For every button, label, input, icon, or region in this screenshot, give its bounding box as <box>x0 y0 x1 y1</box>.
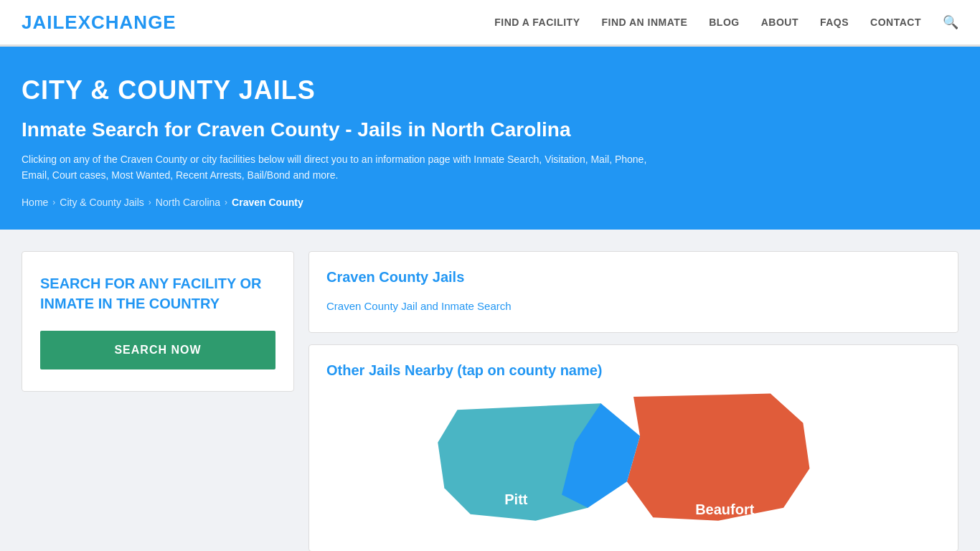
nav-blog[interactable]: BLOG <box>709 17 739 28</box>
nav-find-inmate[interactable]: FIND AN INMATE <box>601 17 687 28</box>
nearby-jails-card: Other Jails Nearby (tap on county name) … <box>308 344 958 551</box>
logo[interactable]: JAILEXCHANGE <box>22 11 176 34</box>
craven-jail-link[interactable]: Craven County Jail and Inmate Search <box>326 297 941 315</box>
hero-banner: CITY & COUNTY JAILS Inmate Search for Cr… <box>0 47 980 230</box>
logo-jail: JAIL <box>22 11 65 33</box>
pitt-label[interactable]: Pitt <box>504 491 528 507</box>
beaufort-label[interactable]: Beaufort <box>695 501 755 517</box>
breadcrumb-state[interactable]: North Carolina <box>156 197 220 208</box>
search-now-button[interactable]: SEARCH NOW <box>40 331 275 369</box>
nav-about[interactable]: ABOUT <box>761 17 798 28</box>
main-content: SEARCH FOR ANY FACILITY OR INMATE IN THE… <box>0 230 980 551</box>
search-icon[interactable]: 🔍 <box>943 14 958 30</box>
map-svg: Pitt Beaufort <box>326 390 941 534</box>
page-subtitle: Inmate Search for Craven County - Jails … <box>22 118 958 141</box>
breadcrumb-sep-1: › <box>52 197 55 207</box>
search-panel: SEARCH FOR ANY FACILITY OR INMATE IN THE… <box>22 251 294 392</box>
county-map: Pitt Beaufort <box>326 390 941 534</box>
nav-faqs[interactable]: FAQs <box>820 17 849 28</box>
breadcrumb-sep-3: › <box>225 197 227 207</box>
logo-exchange: EXCHANGE <box>65 11 176 33</box>
breadcrumb: Home › City & County Jails › North Carol… <box>22 197 958 208</box>
main-nav: FIND A FACILITY FIND AN INMATE BLOG ABOU… <box>494 14 958 30</box>
nearby-jails-title: Other Jails Nearby (tap on county name) <box>326 362 941 379</box>
right-panel: Craven County Jails Craven County Jail a… <box>308 251 958 551</box>
page-title: CITY & COUNTY JAILS <box>22 75 958 105</box>
hero-description: Clicking on any of the Craven County or … <box>22 151 667 184</box>
craven-jails-title: Craven County Jails <box>326 269 941 286</box>
breadcrumb-city-county[interactable]: City & County Jails <box>60 197 143 208</box>
breadcrumb-current: Craven County <box>232 197 303 208</box>
breadcrumb-home[interactable]: Home <box>22 197 48 208</box>
nav-contact[interactable]: CONTACT <box>870 17 921 28</box>
breadcrumb-sep-2: › <box>149 197 151 207</box>
nav-find-facility[interactable]: FIND A FACILITY <box>494 17 580 28</box>
site-header: JAILEXCHANGE FIND A FACILITY FIND AN INM… <box>0 0 980 47</box>
search-panel-title: SEARCH FOR ANY FACILITY OR INMATE IN THE… <box>40 273 275 314</box>
craven-jails-card: Craven County Jails Craven County Jail a… <box>308 251 958 333</box>
